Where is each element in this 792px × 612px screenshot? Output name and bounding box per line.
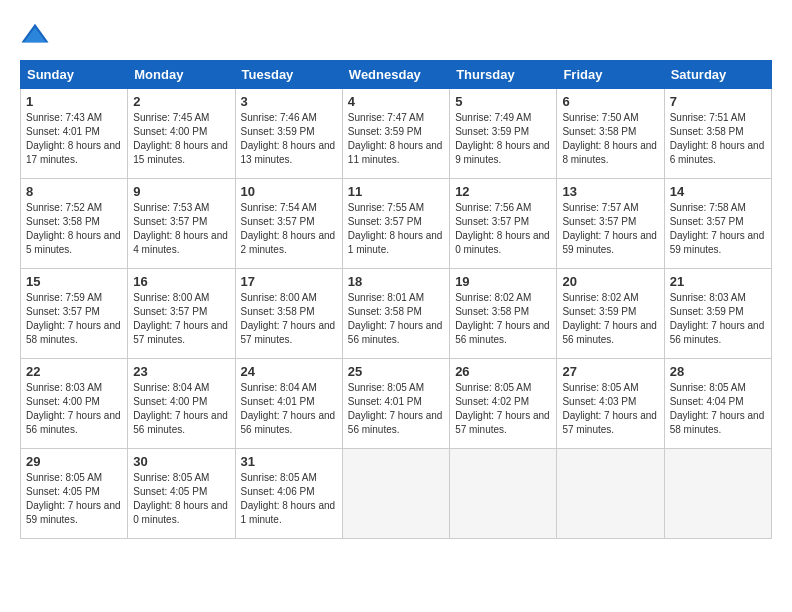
- calendar-cell: 11Sunrise: 7:55 AM Sunset: 3:57 PM Dayli…: [342, 179, 449, 269]
- calendar-cell: 16Sunrise: 8:00 AM Sunset: 3:57 PM Dayli…: [128, 269, 235, 359]
- day-number: 20: [562, 274, 658, 289]
- day-info: Sunrise: 7:45 AM Sunset: 4:00 PM Dayligh…: [133, 111, 229, 167]
- weekday-header-monday: Monday: [128, 61, 235, 89]
- day-number: 21: [670, 274, 766, 289]
- weekday-header-sunday: Sunday: [21, 61, 128, 89]
- day-info: Sunrise: 7:56 AM Sunset: 3:57 PM Dayligh…: [455, 201, 551, 257]
- calendar-cell: 3Sunrise: 7:46 AM Sunset: 3:59 PM Daylig…: [235, 89, 342, 179]
- day-number: 6: [562, 94, 658, 109]
- calendar-cell: 18Sunrise: 8:01 AM Sunset: 3:58 PM Dayli…: [342, 269, 449, 359]
- day-number: 30: [133, 454, 229, 469]
- day-number: 19: [455, 274, 551, 289]
- calendar-cell: 14Sunrise: 7:58 AM Sunset: 3:57 PM Dayli…: [664, 179, 771, 269]
- day-info: Sunrise: 7:50 AM Sunset: 3:58 PM Dayligh…: [562, 111, 658, 167]
- day-info: Sunrise: 7:57 AM Sunset: 3:57 PM Dayligh…: [562, 201, 658, 257]
- day-info: Sunrise: 7:58 AM Sunset: 3:57 PM Dayligh…: [670, 201, 766, 257]
- calendar-cell: 15Sunrise: 7:59 AM Sunset: 3:57 PM Dayli…: [21, 269, 128, 359]
- day-info: Sunrise: 8:05 AM Sunset: 4:04 PM Dayligh…: [670, 381, 766, 437]
- day-info: Sunrise: 8:04 AM Sunset: 4:01 PM Dayligh…: [241, 381, 337, 437]
- calendar-week-row: 29Sunrise: 8:05 AM Sunset: 4:05 PM Dayli…: [21, 449, 772, 539]
- calendar-cell: 5Sunrise: 7:49 AM Sunset: 3:59 PM Daylig…: [450, 89, 557, 179]
- day-number: 24: [241, 364, 337, 379]
- calendar-cell: 20Sunrise: 8:02 AM Sunset: 3:59 PM Dayli…: [557, 269, 664, 359]
- calendar-cell: 24Sunrise: 8:04 AM Sunset: 4:01 PM Dayli…: [235, 359, 342, 449]
- calendar-cell: 28Sunrise: 8:05 AM Sunset: 4:04 PM Dayli…: [664, 359, 771, 449]
- weekday-header-wednesday: Wednesday: [342, 61, 449, 89]
- day-info: Sunrise: 7:59 AM Sunset: 3:57 PM Dayligh…: [26, 291, 122, 347]
- day-info: Sunrise: 7:43 AM Sunset: 4:01 PM Dayligh…: [26, 111, 122, 167]
- calendar-cell: 21Sunrise: 8:03 AM Sunset: 3:59 PM Dayli…: [664, 269, 771, 359]
- day-info: Sunrise: 8:04 AM Sunset: 4:00 PM Dayligh…: [133, 381, 229, 437]
- calendar-cell: 4Sunrise: 7:47 AM Sunset: 3:59 PM Daylig…: [342, 89, 449, 179]
- calendar-cell: [342, 449, 449, 539]
- calendar-cell: 26Sunrise: 8:05 AM Sunset: 4:02 PM Dayli…: [450, 359, 557, 449]
- calendar-cell: 29Sunrise: 8:05 AM Sunset: 4:05 PM Dayli…: [21, 449, 128, 539]
- day-number: 8: [26, 184, 122, 199]
- calendar-week-row: 8Sunrise: 7:52 AM Sunset: 3:58 PM Daylig…: [21, 179, 772, 269]
- calendar-cell: 17Sunrise: 8:00 AM Sunset: 3:58 PM Dayli…: [235, 269, 342, 359]
- day-number: 15: [26, 274, 122, 289]
- day-info: Sunrise: 8:02 AM Sunset: 3:59 PM Dayligh…: [562, 291, 658, 347]
- calendar-cell: 9Sunrise: 7:53 AM Sunset: 3:57 PM Daylig…: [128, 179, 235, 269]
- day-info: Sunrise: 7:52 AM Sunset: 3:58 PM Dayligh…: [26, 201, 122, 257]
- day-info: Sunrise: 8:05 AM Sunset: 4:05 PM Dayligh…: [133, 471, 229, 527]
- day-number: 9: [133, 184, 229, 199]
- day-info: Sunrise: 8:05 AM Sunset: 4:03 PM Dayligh…: [562, 381, 658, 437]
- calendar-cell: 13Sunrise: 7:57 AM Sunset: 3:57 PM Dayli…: [557, 179, 664, 269]
- day-number: 13: [562, 184, 658, 199]
- day-number: 3: [241, 94, 337, 109]
- day-info: Sunrise: 7:54 AM Sunset: 3:57 PM Dayligh…: [241, 201, 337, 257]
- day-number: 28: [670, 364, 766, 379]
- day-number: 29: [26, 454, 122, 469]
- page-header: [20, 20, 772, 50]
- calendar-cell: 6Sunrise: 7:50 AM Sunset: 3:58 PM Daylig…: [557, 89, 664, 179]
- weekday-header-row: SundayMondayTuesdayWednesdayThursdayFrid…: [21, 61, 772, 89]
- calendar-cell: [557, 449, 664, 539]
- calendar-week-row: 22Sunrise: 8:03 AM Sunset: 4:00 PM Dayli…: [21, 359, 772, 449]
- day-number: 25: [348, 364, 444, 379]
- day-number: 31: [241, 454, 337, 469]
- day-info: Sunrise: 8:03 AM Sunset: 4:00 PM Dayligh…: [26, 381, 122, 437]
- day-number: 2: [133, 94, 229, 109]
- day-info: Sunrise: 7:47 AM Sunset: 3:59 PM Dayligh…: [348, 111, 444, 167]
- weekday-header-friday: Friday: [557, 61, 664, 89]
- day-number: 18: [348, 274, 444, 289]
- calendar-cell: 22Sunrise: 8:03 AM Sunset: 4:00 PM Dayli…: [21, 359, 128, 449]
- calendar-cell: 25Sunrise: 8:05 AM Sunset: 4:01 PM Dayli…: [342, 359, 449, 449]
- day-number: 10: [241, 184, 337, 199]
- logo-icon: [20, 20, 50, 50]
- day-number: 17: [241, 274, 337, 289]
- day-number: 22: [26, 364, 122, 379]
- day-number: 27: [562, 364, 658, 379]
- day-number: 23: [133, 364, 229, 379]
- day-info: Sunrise: 7:53 AM Sunset: 3:57 PM Dayligh…: [133, 201, 229, 257]
- calendar-cell: 12Sunrise: 7:56 AM Sunset: 3:57 PM Dayli…: [450, 179, 557, 269]
- day-info: Sunrise: 8:05 AM Sunset: 4:05 PM Dayligh…: [26, 471, 122, 527]
- day-number: 14: [670, 184, 766, 199]
- day-info: Sunrise: 8:00 AM Sunset: 3:58 PM Dayligh…: [241, 291, 337, 347]
- day-info: Sunrise: 8:02 AM Sunset: 3:58 PM Dayligh…: [455, 291, 551, 347]
- calendar-cell: 8Sunrise: 7:52 AM Sunset: 3:58 PM Daylig…: [21, 179, 128, 269]
- day-number: 26: [455, 364, 551, 379]
- calendar-cell: 10Sunrise: 7:54 AM Sunset: 3:57 PM Dayli…: [235, 179, 342, 269]
- day-info: Sunrise: 8:01 AM Sunset: 3:58 PM Dayligh…: [348, 291, 444, 347]
- calendar-cell: 30Sunrise: 8:05 AM Sunset: 4:05 PM Dayli…: [128, 449, 235, 539]
- calendar-cell: 31Sunrise: 8:05 AM Sunset: 4:06 PM Dayli…: [235, 449, 342, 539]
- calendar-week-row: 15Sunrise: 7:59 AM Sunset: 3:57 PM Dayli…: [21, 269, 772, 359]
- day-info: Sunrise: 8:05 AM Sunset: 4:01 PM Dayligh…: [348, 381, 444, 437]
- day-info: Sunrise: 7:46 AM Sunset: 3:59 PM Dayligh…: [241, 111, 337, 167]
- calendar-cell: 23Sunrise: 8:04 AM Sunset: 4:00 PM Dayli…: [128, 359, 235, 449]
- day-number: 16: [133, 274, 229, 289]
- day-info: Sunrise: 8:05 AM Sunset: 4:02 PM Dayligh…: [455, 381, 551, 437]
- day-info: Sunrise: 8:03 AM Sunset: 3:59 PM Dayligh…: [670, 291, 766, 347]
- logo: [20, 20, 54, 50]
- calendar-week-row: 1Sunrise: 7:43 AM Sunset: 4:01 PM Daylig…: [21, 89, 772, 179]
- calendar-cell: [450, 449, 557, 539]
- day-info: Sunrise: 8:00 AM Sunset: 3:57 PM Dayligh…: [133, 291, 229, 347]
- day-number: 5: [455, 94, 551, 109]
- calendar-cell: 1Sunrise: 7:43 AM Sunset: 4:01 PM Daylig…: [21, 89, 128, 179]
- day-info: Sunrise: 7:51 AM Sunset: 3:58 PM Dayligh…: [670, 111, 766, 167]
- day-number: 7: [670, 94, 766, 109]
- weekday-header-thursday: Thursday: [450, 61, 557, 89]
- calendar-cell: 2Sunrise: 7:45 AM Sunset: 4:00 PM Daylig…: [128, 89, 235, 179]
